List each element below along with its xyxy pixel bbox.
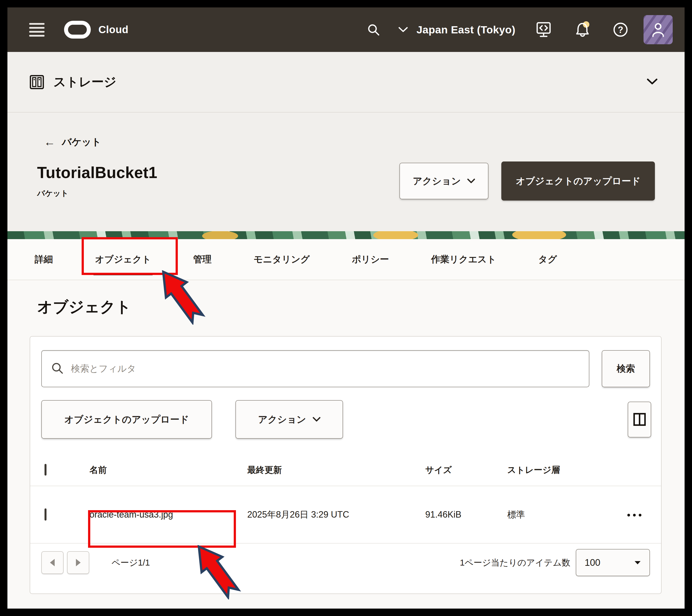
upload-button-label: オブジェクトのアップロード [516,175,641,188]
tab-objects[interactable]: オブジェクト [95,239,151,280]
service-collapse-chevron-icon[interactable] [647,78,658,86]
column-header-tier[interactable]: ストレージ層 [507,464,618,476]
object-size: 91.46KiB [425,509,507,520]
tab-management[interactable]: 管理 [193,239,212,280]
caret-down-icon [634,560,641,565]
region-chevron-down-icon[interactable] [398,27,408,32]
page-title: TutorialBucket1 [37,163,157,182]
oci-console-window: Cloud Japan East (Tokyo) [7,7,685,609]
service-title: ストレージ [53,74,116,90]
columns-icon [633,411,647,427]
actions-dropdown-button-card[interactable]: アクション [235,400,343,439]
help-icon[interactable]: ? [613,22,628,37]
tab-monitoring[interactable]: モニタリング [254,239,310,280]
actions-button-label: アクション [413,175,461,188]
region-selector[interactable]: Japan East (Tokyo) [416,24,515,36]
search-box [41,350,589,387]
pagination: ページ1/1 1ページ当たりのアイテム数 100 [41,549,650,576]
chevron-down-icon [467,179,475,183]
hamburger-menu-icon[interactable] [29,23,44,37]
brand[interactable]: Cloud [64,21,128,39]
topbar: Cloud Japan East (Tokyo) [7,7,685,52]
next-triangle-icon [75,558,81,567]
search-input[interactable] [41,350,589,387]
upload-objects-button-card[interactable]: オブジェクトのアップロード [41,400,212,439]
storage-service-icon [29,74,44,90]
column-header-last-updated[interactable]: 最終更新 [247,464,425,476]
tab-details[interactable]: 詳細 [35,239,53,280]
page-subtitle: バケット [37,188,157,199]
per-page-value: 100 [585,557,600,568]
tab-work-requests[interactable]: 作業リクエスト [431,239,496,280]
bucket-banner-image [7,231,685,239]
avatar[interactable] [644,15,673,44]
row-dots-menu-icon[interactable] [626,509,643,520]
objects-section: オブジェクト 検索 オブジェクトのアップロード アクション [7,280,685,594]
oracle-logo-icon [64,21,91,39]
actions-card-label: アクション [258,413,306,426]
column-header-name[interactable]: 名前 [89,464,247,476]
objects-heading: オブジェクト [37,296,662,317]
object-name-link[interactable]: oracle-team-usa3.jpg [89,509,173,520]
select-all-checkbox[interactable] [44,464,46,476]
objects-table: 名前 最終更新 サイズ ストレージ層 oracle-team-usa3.jpg [30,454,661,544]
next-page-button[interactable] [67,551,89,574]
prev-page-button[interactable] [41,551,64,574]
page-indicator: ページ1/1 [111,557,150,569]
tab-objects-label: オブジェクト [95,253,151,266]
tab-policies[interactable]: ポリシー [352,239,389,280]
objects-card: 検索 オブジェクトのアップロード アクション 名前 [30,336,662,594]
bucket-hero: ← バケット TutorialBucket1 バケット アクション オブジェクト… [7,112,685,231]
column-settings-button[interactable] [628,402,651,437]
per-page-label: 1ページ当たりのアイテム数 [460,557,570,569]
topbar-right: Japan East (Tokyo) [367,15,673,44]
table-header-row: 名前 最終更新 サイズ ストレージ層 [30,454,661,486]
actions-dropdown-button[interactable]: アクション [399,163,489,199]
row-checkbox[interactable] [44,508,46,521]
object-last-updated: 2025年8月26日 3:29 UTC [247,509,425,521]
service-bar: ストレージ [7,52,685,112]
table-row: oracle-team-usa3.jpg 2025年8月26日 3:29 UTC… [30,486,661,544]
chevron-down-icon [312,417,321,422]
search-icon[interactable] [367,23,381,37]
upload-objects-button[interactable]: オブジェクトのアップロード [501,161,655,201]
object-tier: 標準 [507,509,618,521]
per-page-select[interactable]: 100 [576,549,650,576]
brand-text: Cloud [99,24,128,36]
search-icon [51,361,64,376]
cloud-shell-icon[interactable] [535,21,552,38]
notifications-bell-icon[interactable] [575,21,591,38]
user-icon [650,21,666,38]
back-link-label: バケット [62,135,102,149]
column-header-size[interactable]: サイズ [425,464,507,476]
back-to-buckets-link[interactable]: ← バケット [44,135,102,149]
tab-tags[interactable]: タグ [538,239,557,280]
search-button[interactable]: 検索 [602,350,650,387]
prev-triangle-icon [49,558,56,567]
back-arrow-icon: ← [44,136,56,148]
help-glyph: ? [618,25,623,35]
bucket-tabs: 詳細 オブジェクト 管理 モニタリング ポリシー 作業リクエスト タグ [7,239,685,280]
